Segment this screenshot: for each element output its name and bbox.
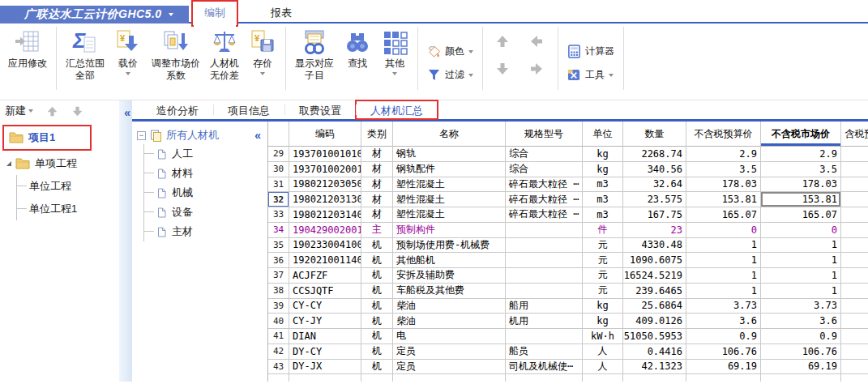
row-number[interactable]: 33 (268, 207, 289, 223)
table-cell[interactable]: 409.0126 (623, 314, 686, 329)
table-cell[interactable] (506, 329, 583, 344)
table-cell[interactable]: kg (583, 299, 623, 314)
table-cell[interactable]: 机 (361, 344, 393, 360)
column-header-5[interactable]: 单位 (583, 122, 623, 147)
table-cell[interactable]: 178.03 (761, 177, 841, 193)
table-cell[interactable]: 材 (361, 147, 393, 162)
table-cell[interactable]: 机 (361, 253, 393, 268)
row-number[interactable]: 39 (268, 299, 289, 314)
row-number[interactable]: 35 (268, 238, 289, 254)
table-cell[interactable]: CY-JY (289, 314, 361, 329)
table-cell[interactable]: 预制场使用费-机械费 (393, 238, 506, 254)
table-cell[interactable]: 165.07 (686, 207, 761, 223)
table-cell[interactable]: 851050.5953 (623, 329, 686, 344)
find-button[interactable]: 查找 (339, 26, 376, 70)
table-cell[interactable] (841, 147, 868, 162)
table-cell[interactable] (841, 207, 868, 223)
table-cell[interactable] (841, 360, 868, 375)
table-cell[interactable]: 193701001010 (289, 147, 361, 162)
collapse-sidebar-button[interactable]: « (124, 107, 130, 118)
table-cell[interactable] (841, 344, 868, 360)
tree-item-project-1[interactable]: 项目1 (2, 125, 92, 151)
row-number[interactable]: 34 (268, 223, 289, 238)
table-cell[interactable]: 塑性混凝土 (393, 192, 506, 207)
color-button[interactable]: 颜色 (427, 45, 473, 58)
tab-resource-summary[interactable]: 人材机汇总 (356, 100, 438, 119)
table-cell[interactable]: 柴油 (393, 314, 506, 329)
table-cell[interactable]: 塑性混凝土 (393, 207, 506, 223)
table-cell[interactable] (506, 268, 583, 284)
table-cell[interactable]: 碎石最大粒径 ⋯ (506, 207, 583, 223)
tree-item-machinery[interactable]: 机械 (132, 183, 267, 203)
tree-item-unit-project-1[interactable]: 单位工程1 (0, 198, 132, 220)
table-cell[interactable]: 材 (361, 192, 393, 207)
table-cell[interactable]: 综合 (506, 147, 583, 162)
new-button[interactable]: 新建 (5, 104, 33, 118)
tree-item-equipment[interactable]: 设备 (132, 203, 267, 222)
table-cell[interactable]: 190233004100-2 (289, 238, 361, 254)
table-cell[interactable]: 1 (686, 238, 761, 254)
table-cell[interactable] (506, 253, 583, 268)
table-cell[interactable]: 车船税及其他费 (393, 284, 506, 299)
table-cell[interactable]: 0.9 (686, 329, 761, 344)
column-header-8[interactable]: 不含税市场价 (761, 122, 841, 147)
table-cell[interactable]: CY-CY (289, 299, 361, 314)
row-number[interactable]: 29 (268, 147, 289, 162)
table-cell[interactable]: kg (583, 162, 623, 177)
table-cell[interactable]: 材 (361, 207, 393, 223)
table-cell[interactable]: 碎石最大粒径 ⋯ (506, 177, 583, 193)
tree-item-main-material[interactable]: 主材 (132, 222, 267, 241)
row-number[interactable]: 36 (268, 253, 289, 268)
table-cell[interactable] (841, 329, 868, 344)
column-header-4[interactable]: 规格型号 (506, 122, 583, 147)
table-cell[interactable]: DIAN (289, 329, 361, 344)
table-cell[interactable]: 106.76 (686, 344, 761, 360)
table-cell[interactable] (841, 238, 868, 254)
table-cell[interactable]: 人 (583, 344, 623, 360)
table-cell[interactable]: 198021203130 (289, 192, 361, 207)
table-cell[interactable]: kg (583, 314, 623, 329)
table-cell[interactable]: 23 (623, 223, 686, 238)
table-cell[interactable]: 其他船机 (393, 253, 506, 268)
table-cell[interactable]: 0.9 (761, 329, 841, 344)
filter-button[interactable]: 过滤 (427, 68, 473, 82)
table-cell[interactable]: 2.9 (761, 147, 841, 162)
move-left-button[interactable] (529, 34, 544, 49)
table-cell[interactable] (841, 192, 868, 207)
table-cell[interactable]: 239.6465 (623, 284, 686, 299)
move-right-button[interactable] (529, 62, 544, 76)
table-cell[interactable]: 178.03 (686, 177, 761, 193)
table-cell[interactable]: 2268.74 (623, 147, 686, 162)
table-cell[interactable]: 1 (761, 284, 841, 299)
table-cell[interactable]: m3 (583, 207, 623, 223)
table-cell[interactable]: 1 (686, 284, 761, 299)
table-cell[interactable]: 元 (583, 284, 623, 299)
resource-no-price-diff-button[interactable]: 人材机无价差 (205, 26, 244, 82)
table-cell[interactable]: 69.19 (686, 360, 761, 375)
table-cell[interactable]: CCSJQTF (289, 284, 361, 299)
table-cell[interactable]: 340.56 (623, 162, 686, 177)
table-cell[interactable]: 3.73 (761, 299, 841, 314)
tree-item-material[interactable]: 材料 (132, 164, 267, 183)
table-cell[interactable]: 23.575 (623, 192, 686, 207)
table-cell[interactable]: DY-JX (289, 360, 361, 375)
table-cell[interactable]: 165.07 (761, 207, 841, 223)
table-cell[interactable]: 190429002001 (289, 223, 361, 238)
table-cell[interactable]: 元 (583, 253, 623, 268)
row-number[interactable]: 41 (268, 329, 289, 344)
table-cell[interactable]: 钢轨配件 (393, 162, 506, 177)
table-cell[interactable]: 3.6 (686, 314, 761, 329)
table-cell[interactable]: 1 (686, 253, 761, 268)
table-cell[interactable]: 153.81 (761, 192, 841, 207)
table-cell[interactable] (841, 299, 868, 314)
row-number[interactable]: 37 (268, 268, 289, 284)
table-cell[interactable] (841, 268, 868, 284)
table-cell[interactable]: 安拆及辅助费 (393, 268, 506, 284)
table-cell[interactable]: 钢轨 (393, 147, 506, 162)
table-cell[interactable]: 4330.48 (623, 238, 686, 254)
others-button[interactable]: 其他 (376, 26, 413, 75)
app-title-button[interactable]: 广联达水工云计价GHC5.0 (0, 6, 189, 23)
table-cell[interactable]: 机 (361, 268, 393, 284)
tools-button[interactable]: 工具 (567, 68, 614, 82)
row-number[interactable]: 32 (268, 192, 289, 207)
